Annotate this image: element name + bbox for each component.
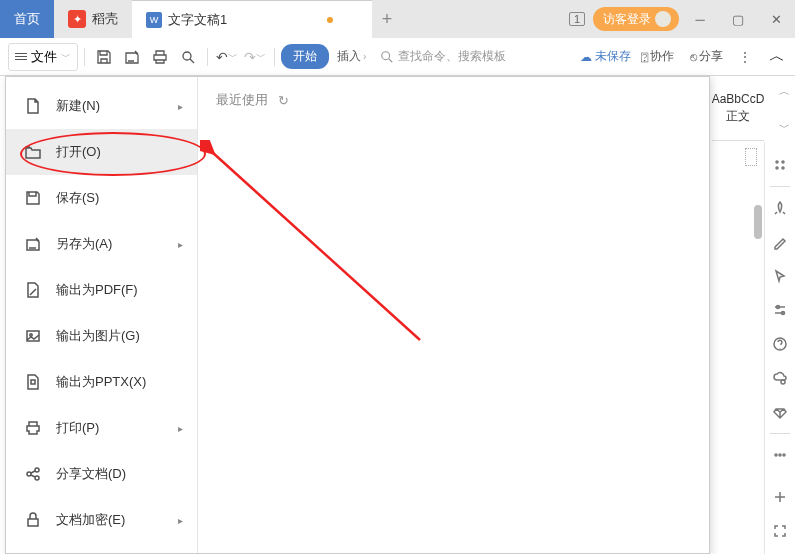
menu-encrypt[interactable]: 文档加密(E) ▸ — [6, 497, 197, 543]
gem-icon[interactable] — [765, 395, 796, 429]
lock-icon — [24, 511, 42, 529]
menu-label: 输出为PDF(F) — [56, 281, 138, 299]
menu-open[interactable]: 打开(O) — [6, 129, 197, 175]
svg-rect-7 — [28, 519, 38, 526]
tab-counter[interactable]: 1 — [569, 12, 585, 26]
main-toolbar: 文件 ﹀ ↶﹀ ↷﹀ 开始 插入 › 查找命令、搜索模板 ☁ 未保存 ⍰ 协作 … — [0, 38, 795, 76]
share-button[interactable]: ⎋ 分享 — [684, 44, 729, 69]
collab-icon: ⍰ — [641, 50, 648, 64]
tab-start[interactable]: 开始 — [281, 44, 329, 69]
menu-save-as[interactable]: 另存为(A) ▸ — [6, 221, 197, 267]
command-search[interactable]: 查找命令、搜索模板 — [380, 48, 506, 65]
style-scroll-up-icon[interactable]: ︿ — [779, 84, 790, 99]
chevron-right-icon: ▸ — [178, 515, 183, 526]
menu-export-pdf[interactable]: 输出为PDF(F) — [6, 267, 197, 313]
preview-icon-button[interactable] — [175, 44, 201, 70]
sliders-icon[interactable] — [765, 293, 796, 327]
side-rail — [764, 142, 795, 554]
svg-point-17 — [775, 454, 777, 456]
menu-export-pptx[interactable]: 输出为PPTX(X) — [6, 359, 197, 405]
style-scroll-down-icon[interactable]: ﹀ — [779, 120, 790, 135]
maximize-button[interactable]: ▢ — [721, 0, 755, 38]
menu-print[interactable]: 打印(P) ▸ — [6, 405, 197, 451]
collab-label: 协作 — [650, 48, 674, 65]
menu-label: 输出为图片(G) — [56, 327, 140, 345]
file-menu-button[interactable]: 文件 ﹀ — [8, 43, 78, 71]
chevron-right-icon: › — [363, 51, 366, 62]
chevron-right-icon: ▸ — [178, 423, 183, 434]
svg-point-5 — [35, 468, 39, 472]
search-icon — [380, 50, 394, 64]
login-button[interactable]: 访客登录 — [593, 7, 679, 31]
cursor-icon[interactable] — [765, 259, 796, 293]
pptx-icon — [24, 373, 42, 391]
titlebar-controls: 1 访客登录 ─ ▢ ✕ — [569, 0, 795, 38]
collapse-ribbon-button[interactable]: ︿ — [767, 46, 787, 67]
svg-point-18 — [779, 454, 781, 456]
tab-insert-label: 插入 — [337, 48, 361, 65]
menu-label: 分享文档(D) — [56, 465, 126, 483]
undo-button[interactable]: ↶﹀ — [214, 44, 240, 70]
tab-insert[interactable]: 插入 › — [331, 44, 372, 69]
svg-point-16 — [781, 380, 785, 384]
dots-icon[interactable] — [765, 438, 796, 472]
tab-home[interactable]: 首页 — [0, 0, 54, 38]
docer-icon: ✦ — [68, 10, 86, 28]
tab-document-label: 文字文稿1 — [168, 11, 227, 29]
separator — [84, 48, 85, 66]
style-preview-text: AaBbCcD — [712, 92, 765, 106]
pencil-icon[interactable] — [765, 225, 796, 259]
cloud-settings-icon[interactable] — [765, 361, 796, 395]
save-as-icon-button[interactable] — [119, 44, 145, 70]
file-menu-panel: 新建(N) ▸ 打开(O) 保存(S) 另存为(A) ▸ 输出为PDF(F) 输… — [5, 76, 710, 554]
cloud-icon: ☁ — [580, 50, 592, 64]
chevron-down-icon: ﹀ — [61, 50, 71, 64]
menu-label: 输出为PPTX(X) — [56, 373, 146, 391]
more-button[interactable]: ⋮ — [733, 46, 757, 68]
word-doc-icon: W — [146, 12, 162, 28]
menu-save[interactable]: 保存(S) — [6, 175, 197, 221]
style-gallery-item[interactable]: AaBbCcD 正文 — [712, 76, 764, 141]
svg-point-11 — [776, 167, 778, 169]
avatar-icon — [655, 11, 671, 27]
close-button[interactable]: ✕ — [759, 0, 793, 38]
save-icon-button[interactable] — [91, 44, 117, 70]
svg-point-12 — [782, 167, 784, 169]
redo-button[interactable]: ↷﹀ — [242, 44, 268, 70]
menu-export-image[interactable]: 输出为图片(G) — [6, 313, 197, 359]
share-doc-icon — [24, 465, 42, 483]
login-label: 访客登录 — [603, 11, 651, 28]
help-icon[interactable] — [765, 327, 796, 361]
menu-label: 打开(O) — [56, 143, 101, 161]
menu-new[interactable]: 新建(N) ▸ — [6, 83, 197, 129]
menu-label: 打印(P) — [56, 419, 99, 437]
print-icon — [24, 419, 42, 437]
svg-point-10 — [782, 161, 784, 163]
rocket-icon[interactable] — [765, 191, 796, 225]
unsaved-status[interactable]: ☁ 未保存 — [580, 48, 631, 65]
menu-label: 新建(N) — [56, 97, 100, 115]
expand-icon[interactable] — [765, 514, 796, 548]
separator — [207, 48, 208, 66]
unsaved-label: 未保存 — [595, 48, 631, 65]
print-icon-button[interactable] — [147, 44, 173, 70]
folder-open-icon — [24, 143, 42, 161]
file-menu-list: 新建(N) ▸ 打开(O) 保存(S) 另存为(A) ▸ 输出为PDF(F) 输… — [6, 77, 198, 553]
tab-document[interactable]: W 文字文稿1 — [132, 0, 372, 38]
new-tab-button[interactable]: + — [372, 0, 402, 38]
collab-button[interactable]: ⍰ 协作 — [635, 44, 680, 69]
file-menu-label: 文件 — [31, 48, 57, 66]
toolbar-right: ☁ 未保存 ⍰ 协作 ⎋ 分享 ⋮ ︿ — [580, 44, 787, 69]
tab-docer[interactable]: ✦ 稻壳 — [54, 0, 132, 38]
pdf-icon — [24, 281, 42, 299]
save-as-icon — [24, 235, 42, 253]
rail-handle-icon[interactable] — [765, 148, 796, 182]
svg-point-1 — [382, 51, 390, 59]
svg-point-19 — [783, 454, 785, 456]
svg-point-0 — [183, 52, 191, 60]
minimize-button[interactable]: ─ — [683, 0, 717, 38]
menu-share-doc[interactable]: 分享文档(D) — [6, 451, 197, 497]
refresh-icon[interactable]: ↻ — [278, 93, 289, 108]
plus-icon[interactable] — [765, 480, 796, 514]
scrollbar-thumb[interactable] — [754, 205, 762, 239]
